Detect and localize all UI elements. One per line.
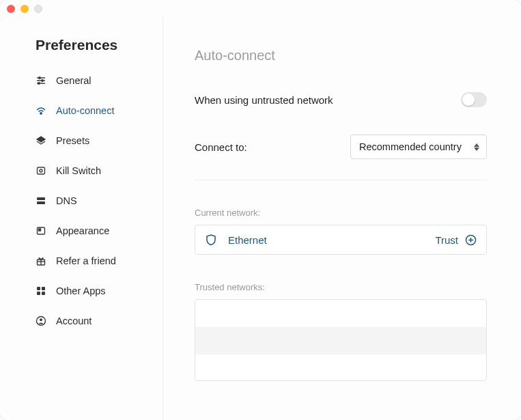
server-icon <box>36 195 46 206</box>
sidebar-item-label: Presets <box>56 135 89 146</box>
gift-icon <box>36 255 46 266</box>
sidebar-item-appearance[interactable]: Appearance <box>0 216 163 246</box>
select-arrows-icon <box>474 143 479 151</box>
main-panel: Auto-connect When using untrusted networ… <box>163 18 521 420</box>
svg-rect-20 <box>42 292 45 295</box>
add-circle-icon <box>465 234 477 246</box>
svg-point-4 <box>42 80 44 82</box>
layers-icon <box>36 135 46 146</box>
sidebar-title: Preferences <box>0 37 163 66</box>
minimize-window-icon[interactable] <box>20 5 29 13</box>
connect-to-select[interactable]: Recommended country <box>350 135 487 159</box>
appearance-icon <box>36 225 46 236</box>
untrusted-network-toggle[interactable] <box>461 92 487 107</box>
current-network-name: Ethernet <box>228 234 267 246</box>
sidebar-item-label: General <box>56 75 91 86</box>
svg-rect-17 <box>37 287 40 290</box>
trust-network-button[interactable]: Trust <box>435 234 477 246</box>
untrusted-network-row: When using untrusted network <box>195 92 487 107</box>
sidebar-item-kill-switch[interactable]: Kill Switch <box>0 156 163 186</box>
svg-marker-7 <box>37 137 45 142</box>
close-window-icon[interactable] <box>7 5 15 13</box>
svg-rect-19 <box>37 292 40 295</box>
svg-rect-18 <box>42 287 45 290</box>
sidebar-item-label: Appearance <box>56 225 109 236</box>
sidebar-item-presets[interactable]: Presets <box>0 126 163 156</box>
trust-action-label: Trust <box>435 234 458 246</box>
kill-switch-icon <box>36 165 46 176</box>
svg-point-6 <box>40 113 42 114</box>
current-network-label: Current network: <box>195 208 487 218</box>
sidebar-item-other-apps[interactable]: Other Apps <box>0 276 163 306</box>
sidebar-item-dns[interactable]: DNS <box>0 186 163 216</box>
sidebar-nav: General Auto-connect Presets Kill Switch <box>0 66 163 336</box>
svg-rect-10 <box>37 197 45 200</box>
sidebar-item-refer-friend[interactable]: Refer a friend <box>0 246 163 276</box>
trusted-networks-list[interactable] <box>195 299 487 381</box>
connect-to-row: Connect to: Recommended country <box>195 135 487 180</box>
svg-marker-23 <box>474 143 479 147</box>
page-title: Auto-connect <box>195 48 487 64</box>
sidebar: Preferences General Auto-connect Presets <box>0 18 163 420</box>
svg-point-5 <box>38 83 40 85</box>
svg-point-22 <box>40 318 42 321</box>
connect-to-value: Recommended country <box>359 141 462 152</box>
trusted-networks-label: Trusted networks: <box>195 282 487 292</box>
sliders-icon <box>36 75 46 86</box>
untrusted-network-label: When using untrusted network <box>195 94 333 106</box>
sidebar-item-label: Other Apps <box>56 285 106 296</box>
sidebar-item-label: Account <box>56 316 91 326</box>
svg-rect-13 <box>39 229 41 231</box>
current-network-box: Ethernet Trust <box>195 225 487 255</box>
sidebar-item-general[interactable]: General <box>0 66 163 96</box>
svg-rect-11 <box>37 201 45 204</box>
sidebar-item-account[interactable]: Account <box>0 306 163 336</box>
zoom-window-icon[interactable] <box>34 5 42 13</box>
sidebar-item-label: Kill Switch <box>56 165 101 176</box>
wifi-auto-icon <box>36 105 46 116</box>
titlebar <box>0 0 521 18</box>
svg-point-9 <box>40 169 42 172</box>
svg-marker-24 <box>474 148 479 151</box>
svg-point-3 <box>39 77 41 79</box>
connect-to-label: Connect to: <box>195 141 247 153</box>
trusted-row-empty <box>195 354 486 382</box>
sidebar-item-label: DNS <box>56 195 77 206</box>
account-icon <box>36 316 46 326</box>
sidebar-item-label: Refer a friend <box>56 255 116 266</box>
trusted-row-empty <box>195 300 486 327</box>
sidebar-item-label: Auto-connect <box>56 105 114 116</box>
ethernet-shield-icon <box>205 234 217 246</box>
apps-grid-icon <box>36 285 46 296</box>
sidebar-item-auto-connect[interactable]: Auto-connect <box>0 96 163 126</box>
svg-rect-8 <box>38 167 45 174</box>
trusted-row-empty <box>195 327 486 354</box>
